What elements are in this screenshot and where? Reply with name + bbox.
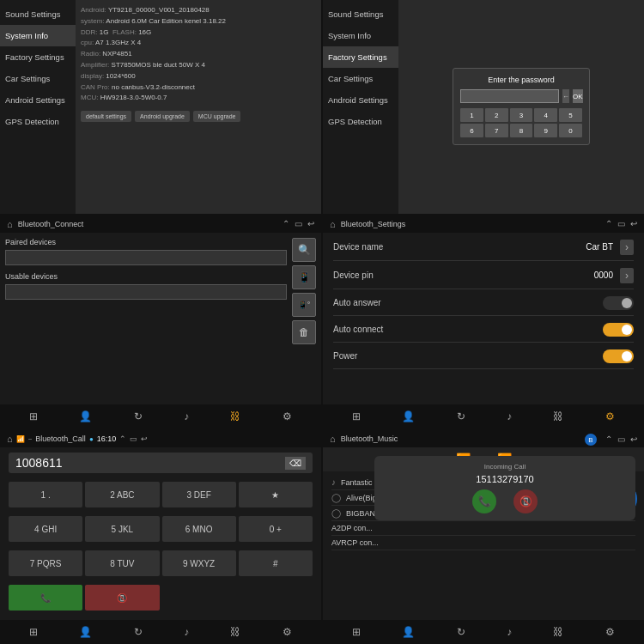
phone-settings-button[interactable]: 📱° [292,293,316,317]
link-icon-p4[interactable]: ⛓ [553,410,563,422]
hangup-button[interactable]: 📵 [85,585,159,611]
system-info-content: Android: YT9218_00000_V001_20180428 syst… [76,0,321,214]
dial-5[interactable]: 5 JKL [85,516,159,542]
home-icon-p5[interactable]: ⌂ [7,434,13,444]
track-5-text[interactable]: AVRCP con... [331,538,635,547]
sidebar-item-sound-settings[interactable]: Sound Settings [0,3,76,25]
flash-value: 16G [138,28,151,36]
refresh-icon-p4[interactable]: ↻ [457,410,465,422]
music-icon-p5[interactable]: ♪ [184,626,189,638]
music-icon[interactable]: ♪ [184,410,189,422]
link-icon-p5[interactable]: ⛓ [230,626,240,638]
device-name-chevron[interactable]: › [620,240,634,255]
sidebar-item-gps-detection[interactable]: GPS Detection [0,111,76,132]
sidebar-item-android-settings[interactable]: Android Settings [0,89,76,111]
numpad-5[interactable]: 5 [559,108,582,122]
android-upgrade-button[interactable]: Android upgrade [135,111,190,122]
apps-icon-p6[interactable]: ⊞ [352,626,361,638]
window-icon-p4[interactable]: ▭ [617,219,625,228]
power-toggle[interactable] [603,349,634,363]
music-icon-p4[interactable]: ♪ [507,410,512,422]
p2-sidebar-android[interactable]: Android Settings [323,89,398,111]
usable-devices-input[interactable] [5,284,287,300]
dial-4[interactable]: 4 GHI [9,516,82,542]
link-icon-p6[interactable]: ⛓ [553,626,563,638]
numpad-0[interactable]: 0 [559,124,582,137]
person-icon-p6[interactable]: 👤 [402,626,415,638]
dial-9[interactable]: 9 WXYZ [162,550,236,576]
home-icon[interactable]: ⌂ [7,219,13,229]
settings-icon-p5[interactable]: ⚙ [283,626,292,638]
device-pin-chevron[interactable]: › [620,268,634,283]
dial-7[interactable]: 7 PQRS [9,550,82,576]
delete-button[interactable]: 🗑 [292,320,316,344]
search-button[interactable]: 🔍 [292,238,316,262]
refresh-icon-p6[interactable]: ↻ [457,626,465,638]
settings-icon[interactable]: ⚙ [283,410,292,422]
numpad-7[interactable]: 7 [485,124,508,137]
track-4-text[interactable]: A2DP con... [331,524,635,532]
settings-icon-p6[interactable]: ⚙ [605,626,615,638]
call-button[interactable]: 📞 [9,585,82,611]
dial-2[interactable]: 2 ABC [85,482,159,507]
p2-sidebar-sound[interactable]: Sound Settings [323,3,398,25]
password-input[interactable] [460,89,559,103]
home-icon-p4[interactable]: ⌂ [330,219,336,229]
music-icon-p6[interactable]: ♪ [507,626,512,638]
accept-call-button[interactable]: 📞 [472,489,496,513]
dial-3[interactable]: 3 DEF [162,482,236,507]
link-icon[interactable]: ⛓ [230,410,240,422]
device-name-label: Device name [333,242,586,252]
numpad-3[interactable]: 3 [510,108,533,122]
p2-sidebar-gps[interactable]: GPS Detection [323,111,398,132]
auto-connect-toggle[interactable] [603,323,634,337]
password-backspace-button[interactable]: ← [562,89,569,103]
dial-1[interactable]: 1 . [9,482,82,507]
dial-0[interactable]: 0 + [239,516,313,542]
p2-sidebar-car[interactable]: Car Settings [323,68,398,89]
window-icon-p5[interactable]: ▭ [130,434,137,443]
back-icon-p5[interactable]: ↩ [141,434,148,443]
apps-icon-p5[interactable]: ⊞ [29,626,38,638]
password-ok-button[interactable]: OK [573,89,583,103]
sidebar-item-car-settings[interactable]: Car Settings [0,68,76,89]
power-label: Power [333,351,603,361]
dial-hash[interactable]: # [239,550,313,576]
numpad-9[interactable]: 9 [534,124,557,137]
numpad-1[interactable]: 1 [460,108,483,122]
apps-icon[interactable]: ⊞ [29,410,38,422]
dial-6[interactable]: 6 MNO [162,516,236,542]
default-settings-button[interactable]: default settings [81,111,131,122]
person-icon[interactable]: 👤 [79,410,92,422]
back-icon[interactable]: ↩ [307,219,314,228]
settings-icon-p4[interactable]: ⚙ [605,410,615,422]
backspace-icon[interactable]: ⌫ [285,457,306,470]
person-icon-p5[interactable]: 👤 [79,626,92,638]
refresh-icon[interactable]: ↻ [134,410,143,422]
dial-8[interactable]: 8 TUV [85,550,159,576]
ddr-value: 1G [100,28,109,36]
reject-call-button[interactable]: 📵 [513,489,538,513]
p2-sidebar-sysinfo[interactable]: System Info [323,25,398,46]
back-icon-p6[interactable]: ↩ [630,434,637,444]
mcu-upgrade-button[interactable]: MCU upgrade [193,111,241,122]
person-icon-p4[interactable]: 👤 [402,410,415,422]
paired-devices-input[interactable] [5,250,287,265]
apps-icon-p4[interactable]: ⊞ [352,410,361,422]
numpad-6[interactable]: 6 [460,124,483,137]
numpad-2[interactable]: 2 [485,108,508,122]
auto-answer-toggle[interactable] [603,296,634,310]
numpad-8[interactable]: 8 [510,124,533,137]
back-icon-p4[interactable]: ↩ [630,219,637,228]
sidebar-item-factory-settings[interactable]: Factory Settings [0,46,76,68]
dial-star[interactable]: ★ [239,482,313,507]
home-icon-p6[interactable]: ⌂ [330,434,336,444]
auto-answer-label: Auto answer [333,298,603,307]
p2-sidebar-factory[interactable]: Factory Settings [323,46,398,68]
sidebar-item-system-info[interactable]: System Info [0,25,76,46]
window-icon-p6[interactable]: ▭ [617,434,625,444]
refresh-icon-p5[interactable]: ↻ [134,626,143,638]
numpad-4[interactable]: 4 [534,108,557,122]
window-icon[interactable]: ▭ [295,219,302,228]
phone-button[interactable]: 📱 [292,265,316,289]
